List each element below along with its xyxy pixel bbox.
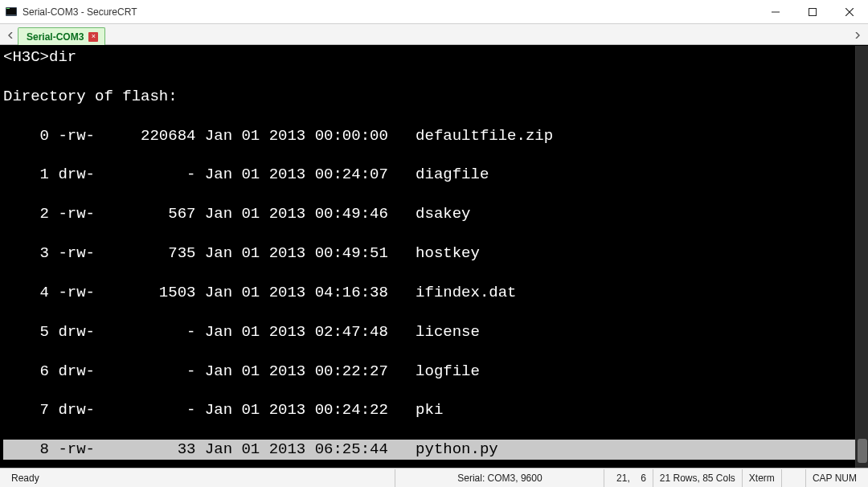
scrollbar-thumb[interactable] xyxy=(858,439,867,463)
svg-rect-4 xyxy=(809,8,817,15)
tab-label: Serial-COM3 xyxy=(27,31,84,43)
terminal-row: 7 drw- - Jan 01 2013 00:24:22 pki xyxy=(3,400,855,419)
tab-bar: Serial-COM3 × xyxy=(0,24,868,45)
terminal-row: 3 -rw- 735 Jan 01 2013 00:49:51 hostkey xyxy=(3,244,855,263)
status-dimensions: 21 Rows, 85 Cols xyxy=(653,469,743,487)
status-bar: Ready Serial: COM3, 9600 21, 6 21 Rows, … xyxy=(0,468,868,487)
terminal-row: 2 -rw- 567 Jan 01 2013 00:49:46 dsakey xyxy=(3,204,855,223)
svg-rect-2 xyxy=(6,8,10,9)
status-ready: Ready xyxy=(5,469,395,487)
terminal-row: 4 -rw- 1503 Jan 01 2013 04:16:38 ifindex… xyxy=(3,283,855,302)
terminal-row: 5 drw- - Jan 01 2013 02:47:48 license xyxy=(3,322,855,342)
terminal-row: 0 -rw- 220684 Jan 01 2013 00:00:00 defau… xyxy=(3,126,855,145)
terminal-row: 8 -rw- 33 Jan 01 2013 06:25:44 python.py xyxy=(3,440,855,459)
tab-list: Serial-COM3 × xyxy=(18,24,850,44)
terminal-header-line: Directory of flash: xyxy=(3,87,855,106)
terminal-row: 6 drw- - Jan 01 2013 00:22:27 logfile xyxy=(3,362,855,381)
window-title: Serial-COM3 - SecureCRT xyxy=(23,6,137,18)
tab-close-icon[interactable]: × xyxy=(88,32,98,42)
svg-rect-1 xyxy=(6,8,16,14)
status-caps-num: CAP NUM xyxy=(806,469,863,487)
svg-rect-3 xyxy=(772,11,780,12)
maximize-button[interactable] xyxy=(794,0,831,24)
app-icon xyxy=(5,6,18,18)
minimize-button[interactable] xyxy=(757,0,794,24)
close-button[interactable] xyxy=(831,0,868,24)
status-termtype: Xterm xyxy=(743,469,782,487)
terminal[interactable]: <H3C>dir Directory of flash: 0 -rw- 2206… xyxy=(0,46,855,468)
status-blank xyxy=(782,469,806,487)
status-port: Serial: COM3, 9600 xyxy=(395,469,604,487)
window-titlebar: Serial-COM3 - SecureCRT xyxy=(0,0,868,24)
terminal-area: <H3C>dir Directory of flash: 0 -rw- 2206… xyxy=(0,45,868,468)
tab-scroll-left-icon[interactable] xyxy=(3,27,18,44)
terminal-scrollbar[interactable] xyxy=(855,46,868,468)
terminal-prompt-line: <H3C>dir xyxy=(3,47,855,67)
tab-scroll-right-icon[interactable] xyxy=(850,27,865,44)
status-cursor: 21, 6 xyxy=(604,469,653,487)
terminal-row: 1 drw- - Jan 01 2013 00:24:07 diagfile xyxy=(3,165,855,184)
tab-serial-com3[interactable]: Serial-COM3 × xyxy=(18,27,105,45)
